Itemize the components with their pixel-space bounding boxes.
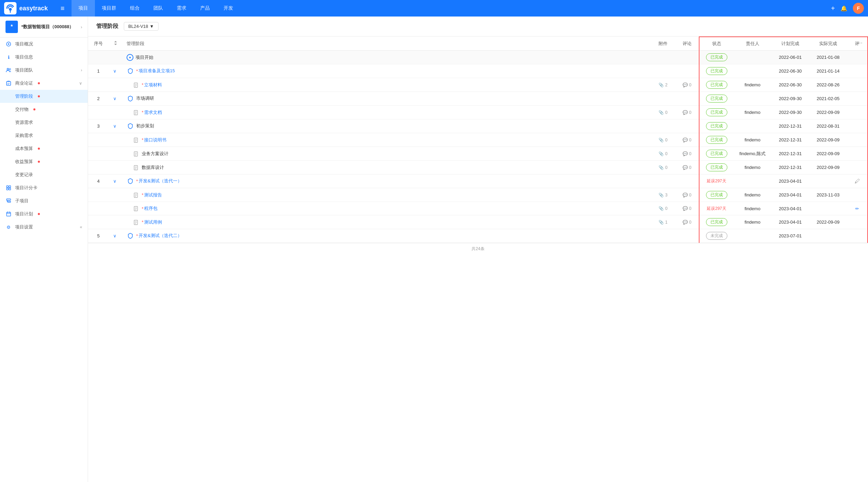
sub-menu-business: 管理阶段 交付物 资源需求 采购需求 成本预算 收益预 [0,90,88,181]
stage-link[interactable]: 项目准备及立项15 [139,68,175,74]
table-row: *接口说明书 📎0 💬0 已完成 findemo 2022-12-31 2022… [88,133,868,147]
col-header-sort[interactable] [109,37,122,51]
cell-stage: 业务方案设计 [122,147,651,161]
cell-remarks[interactable] [847,188,868,202]
sidebar-item-team[interactable]: 项目团队 › [0,64,88,77]
logo[interactable]: easytrack [4,2,52,14]
cell-planned: 2022-12-31 [771,161,809,174]
stage-name: 项目开始 [135,54,153,61]
cell-comment: 💬0 [675,106,699,119]
table-container[interactable]: ··· 序号 管理阶段 附件 评论 状态 责任人 计划完成 实际完成 [88,36,868,482]
nav-item-program[interactable]: 项目群 [95,0,123,17]
sidebar-item-cost[interactable]: 成本预算 [0,142,88,155]
cell-attach: 📎0 [651,147,675,161]
cell-status: 已完成 [699,119,734,133]
nav-item-team[interactable]: 团队 [147,0,170,17]
cell-stage: *接口说明书 [122,133,651,147]
sidebar-item-scorecard[interactable]: 项目计分卡 [0,181,88,194]
sidebar-item-business[interactable]: 商业论证 ∨ [0,77,88,90]
more-options-button[interactable]: ··· [857,39,862,46]
deliverable-icon [132,109,140,116]
stage-link[interactable]: 需求文档 [144,109,162,116]
hamburger-button[interactable]: ≡ [61,4,65,12]
stage-link[interactable]: 程序包 [144,205,158,212]
sidebar-item-revenue[interactable]: 收益预算 [0,155,88,168]
stage-link[interactable]: 立项材料 [144,82,162,88]
attach-count: 📎3 [655,193,671,197]
comment-icon: 💬 [683,165,688,170]
stage-link[interactable]: 接口说明书 [144,137,166,143]
expand-icon[interactable]: ∨ [113,233,117,238]
notification-button[interactable]: 🔔 [840,5,847,12]
cell-remarks[interactable] [847,64,868,78]
sidebar-item-plan[interactable]: 项目计划 [0,207,88,221]
cell-attach: 📎0 [651,202,675,215]
cell-remarks[interactable]: ✏ [847,202,868,215]
cell-remarks[interactable] [847,161,868,174]
edit-icon[interactable]: ✏ [855,206,859,211]
nav-item-product[interactable]: 产品 [193,0,217,17]
project-expand-icon[interactable]: › [81,24,82,30]
cell-assignee: findemo [734,161,771,174]
sidebar-item-changes[interactable]: 变更记录 [0,168,88,181]
comment-icon: 💬 [683,138,688,142]
sidebar-item-subproject[interactable]: 子项目 [0,194,88,207]
cell-comment [675,174,699,188]
cell-attach: 📎0 [651,133,675,147]
cell-planned: 2022-09-30 [771,106,809,119]
cell-stage: 初步策划 [122,119,651,133]
comment-count: 💬0 [679,193,695,197]
cell-seq [88,106,109,119]
sidebar-item-management-stage[interactable]: 管理阶段 [0,90,88,103]
settings-icon: ⚙ [6,224,12,230]
sidebar-label-resource: 资源需求 [15,119,33,126]
stage-link[interactable]: 开发&测试（迭代二） [139,233,182,239]
attach-count: 📎0 [655,110,671,115]
sidebar-label-cost: 成本预算 [15,146,33,152]
sidebar-item-overview[interactable]: 项目概况 [0,38,88,51]
cell-remarks[interactable] [847,215,868,229]
paperclip-icon: 📎 [659,220,664,225]
required-star: * [142,110,143,115]
cell-remarks[interactable] [847,51,868,64]
cell-remarks[interactable] [847,106,868,119]
cell-actual: 2021-02-05 [809,92,847,106]
avatar[interactable]: F [853,3,864,14]
sidebar-item-resource[interactable]: 资源需求 [0,116,88,129]
cell-stage: *立项材料 [122,78,651,92]
cell-remarks[interactable] [847,147,868,161]
expand-icon[interactable]: ∨ [113,124,117,129]
status-badge: 已完成 [706,108,727,116]
sidebar-item-deliverables[interactable]: 交付物 [0,103,88,116]
cell-remarks[interactable] [847,229,868,243]
stamp-icon[interactable]: 🖊 [855,178,860,184]
nav-item-requirement[interactable]: 需求 [170,0,193,17]
stage-link[interactable]: 开发&测试（迭代一） [139,178,182,184]
cell-comment: 💬0 [675,188,699,202]
comment-icon: 💬 [683,83,688,87]
nav-item-portfolio[interactable]: 组合 [123,0,147,17]
cell-remarks[interactable] [847,92,868,106]
cell-planned: 2022-06-30 [771,78,809,92]
sidebar-item-procurement[interactable]: 采购需求 [0,129,88,142]
settings-collapse-icon[interactable]: « [80,225,82,229]
project-header[interactable]: * *数据智能项目（000088） › [0,17,88,38]
cell-remarks[interactable] [847,119,868,133]
total-count: 共24条 [471,246,484,252]
add-button[interactable]: + [831,4,835,12]
sidebar-item-info[interactable]: ℹ 项目信息 [0,51,88,64]
required-star: * [136,68,138,74]
cell-remarks[interactable]: 🖊 [847,174,868,188]
sidebar-label-info: 项目信息 [15,54,33,60]
sidebar-item-settings[interactable]: ⚙ 项目设置 « [0,221,88,234]
cell-remarks[interactable] [847,133,868,147]
cell-remarks[interactable] [847,78,868,92]
nav-item-dev[interactable]: 开发 [217,0,240,17]
expand-icon[interactable]: ∨ [113,179,117,184]
version-selector[interactable]: BL24-V18 ▼ [124,22,159,31]
expand-icon[interactable]: ∨ [113,68,117,74]
expand-icon[interactable]: ∨ [113,96,117,101]
nav-item-project[interactable]: 项目 [72,0,95,17]
stage-link[interactable]: 测试报告 [144,192,162,198]
stage-link[interactable]: 测试用例 [144,219,162,225]
